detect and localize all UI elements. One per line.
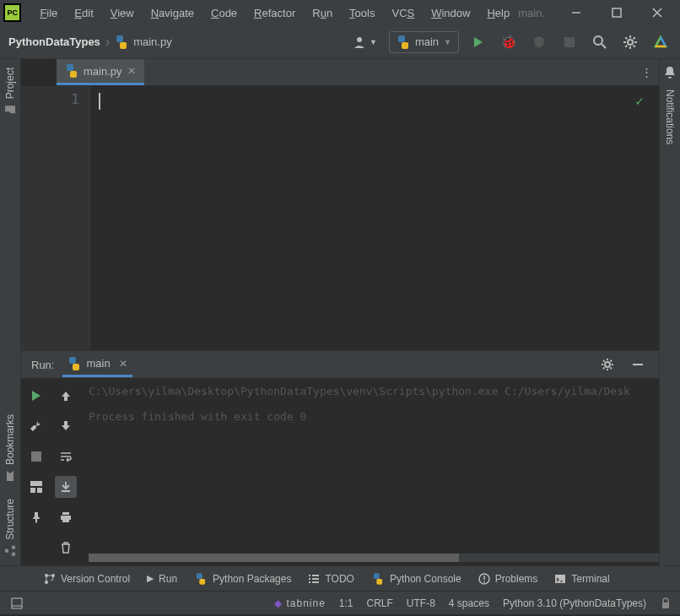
tab-menu-button[interactable]: ⋮: [641, 66, 652, 78]
scrollbar-thumb[interactable]: [89, 554, 459, 562]
tool-windows-button[interactable]: [8, 595, 25, 612]
rerun-button[interactable]: [25, 385, 47, 407]
bottom-run[interactable]: ▶ Run: [147, 573, 177, 585]
bottom-problems[interactable]: Problems: [478, 573, 538, 585]
svg-rect-11: [5, 549, 8, 553]
down-button[interactable]: [55, 415, 77, 437]
console-line: Process finished with exit code 0: [89, 410, 306, 423]
menu-vcs[interactable]: VCS: [383, 3, 423, 23]
bottom-console[interactable]: Python Console: [371, 572, 461, 586]
svg-rect-19: [61, 516, 71, 520]
wrench-icon: [30, 419, 43, 433]
triangle-logo-icon: [653, 35, 668, 50]
notifications-label[interactable]: Notifications: [664, 86, 676, 148]
packages-label: Python Packages: [213, 573, 291, 585]
run-tab-close[interactable]: ✕: [119, 358, 127, 370]
breadcrumb: PythonDataTypes › main.py: [8, 35, 172, 50]
run-secondary-toolbar: [51, 378, 80, 565]
breadcrumb-project[interactable]: PythonDataTypes: [8, 35, 100, 48]
breadcrumb-file[interactable]: main.py: [133, 35, 172, 48]
horizontal-scrollbar[interactable]: [89, 554, 659, 562]
console-output[interactable]: C:\Users\yilma\Desktop\PythonDataTypes\v…: [80, 378, 659, 565]
interpreter[interactable]: Python 3.10 (PythonDataTypes): [503, 597, 646, 609]
tool-structure[interactable]: Structure: [0, 490, 20, 565]
bottom-todo[interactable]: TODO: [308, 573, 353, 585]
clear-button[interactable]: [55, 537, 77, 559]
stop-icon: [31, 451, 41, 462]
menu-code[interactable]: Code: [202, 3, 246, 23]
gear-icon: [623, 35, 637, 49]
cursor-position[interactable]: 1:1: [339, 597, 353, 609]
settings-button[interactable]: [619, 31, 641, 53]
coverage-button[interactable]: [528, 31, 550, 53]
run-settings-button[interactable]: [596, 354, 618, 376]
scroll-to-end-button[interactable]: [55, 476, 77, 498]
menu-navigate[interactable]: Navigate: [143, 3, 202, 23]
status-bar: ◆ tabnine 1:1 CRLF UTF-8 4 spaces Python…: [0, 591, 680, 614]
bottom-packages[interactable]: Python Packages: [194, 572, 291, 586]
code-with-me-button[interactable]: [650, 31, 672, 53]
bottom-vcs[interactable]: Version Control: [44, 573, 130, 585]
run-config-label: main: [415, 35, 439, 48]
inspection-ok-icon[interactable]: ✓: [635, 93, 644, 109]
layout-button[interactable]: [25, 476, 47, 498]
editor-tab-main[interactable]: main.py ✕: [57, 59, 144, 85]
menu-file[interactable]: File: [31, 3, 66, 23]
pin-button[interactable]: [25, 506, 47, 528]
notifications-button[interactable]: [663, 59, 677, 86]
scroll-end-icon: [60, 481, 72, 493]
up-button[interactable]: [55, 385, 77, 407]
lock-icon[interactable]: [660, 597, 672, 609]
run-button[interactable]: [467, 31, 489, 53]
svg-point-8: [628, 40, 633, 45]
tab-close-button[interactable]: ✕: [127, 65, 136, 77]
tool-project[interactable]: Project: [0, 59, 20, 124]
menu-edit[interactable]: Edit: [66, 3, 101, 23]
search-button[interactable]: [589, 31, 611, 53]
menu-help[interactable]: Help: [478, 3, 518, 23]
minimize-button[interactable]: [557, 1, 596, 24]
svg-point-12: [605, 362, 610, 367]
modify-run-button[interactable]: [25, 415, 47, 437]
menu-window[interactable]: Window: [423, 3, 478, 23]
folder-icon: [4, 104, 16, 116]
debug-button[interactable]: 🐞: [498, 31, 520, 53]
svg-rect-28: [12, 598, 22, 608]
minimize-icon: [571, 8, 581, 18]
console-line: C:\Users\yilma\Desktop\PythonDataTypes\v…: [89, 385, 630, 397]
user-dropdown[interactable]: ▼: [349, 32, 380, 52]
svg-point-22: [45, 581, 48, 584]
line-gutter: 1: [21, 86, 90, 350]
terminal-label: Terminal: [571, 573, 609, 585]
soft-wrap-button[interactable]: [55, 446, 77, 467]
warning-icon: [478, 573, 490, 585]
close-button[interactable]: [638, 1, 677, 24]
run-tab[interactable]: main ✕: [62, 353, 132, 377]
minimize-icon: [632, 359, 644, 370]
layout-icon: [30, 481, 42, 493]
stop-button[interactable]: [559, 31, 580, 53]
run-configuration-dropdown[interactable]: main ▼: [389, 31, 459, 53]
tool-bookmarks[interactable]: Bookmarks: [0, 406, 20, 490]
svg-rect-5: [564, 37, 575, 47]
editor[interactable]: 1 ✓: [21, 86, 659, 350]
menu-refactor[interactable]: Refactor: [246, 3, 304, 23]
line-number: 1: [31, 91, 79, 107]
menu-tools[interactable]: Tools: [341, 3, 383, 23]
print-button[interactable]: [55, 506, 77, 528]
wrap-icon: [60, 451, 72, 462]
menu-run[interactable]: Run: [304, 3, 341, 23]
menu-view[interactable]: View: [102, 3, 143, 23]
code-area[interactable]: ✓: [90, 86, 659, 350]
file-encoding[interactable]: UTF-8: [407, 597, 435, 609]
bottom-terminal[interactable]: Terminal: [554, 573, 609, 585]
hide-panel-button[interactable]: [627, 354, 649, 376]
window-title: main.: [518, 7, 545, 19]
left-tool-strip: Project Bookmarks Structure: [0, 59, 21, 565]
maximize-button[interactable]: [597, 1, 636, 24]
svg-rect-15: [30, 481, 42, 486]
line-separator[interactable]: CRLF: [367, 597, 393, 609]
tabnine-widget[interactable]: ◆ tabnine: [274, 597, 325, 609]
indent-setting[interactable]: 4 spaces: [449, 597, 489, 609]
stop-button[interactable]: [25, 446, 47, 467]
